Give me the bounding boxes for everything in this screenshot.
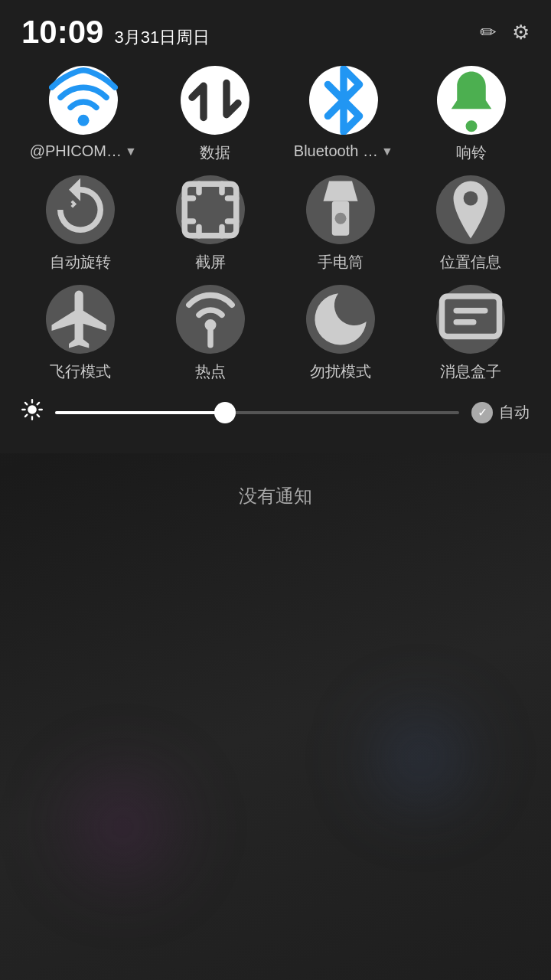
location-label: 位置信息 xyxy=(440,252,501,273)
dnd-circle xyxy=(306,285,375,354)
moon-icon xyxy=(306,285,375,354)
dnd-label: 勿扰模式 xyxy=(310,361,371,382)
auto-label: 自动 xyxy=(499,402,530,423)
status-left: 10:09 3月31日周日 xyxy=(21,14,210,51)
autorotate-label: 自动旋转 xyxy=(50,252,111,273)
svg-line-17 xyxy=(37,415,39,416)
toggle-airplane[interactable]: 飞行模式 xyxy=(31,285,130,382)
wifi-circle xyxy=(49,66,118,135)
data-circle xyxy=(181,66,249,135)
brightness-thumb[interactable] xyxy=(214,402,236,423)
airplane-label: 飞行模式 xyxy=(50,361,111,382)
wifi-icon xyxy=(49,66,118,135)
toggle-wifi[interactable]: @PHICOM… ▼ xyxy=(30,66,137,163)
auto-check-icon: ✓ xyxy=(471,402,493,423)
notification-panel: 10:09 3月31日周日 ✏ ⚙ @PHICOM… ▼ xyxy=(0,0,551,453)
msgbox-label: 消息盒子 xyxy=(440,361,501,382)
svg-line-18 xyxy=(37,403,39,404)
no-notification-text: 没有通知 xyxy=(239,484,312,508)
settings-icon[interactable]: ⚙ xyxy=(512,21,530,44)
wifi-label: @PHICOM… ▼ xyxy=(30,142,137,160)
autorotate-circle xyxy=(46,175,115,244)
brightness-icon xyxy=(21,399,43,426)
screenshot-label: 截屏 xyxy=(195,252,226,273)
airplane-circle xyxy=(46,285,115,354)
svg-point-0 xyxy=(77,115,89,126)
quick-toggles-row1: @PHICOM… ▼ 数据 Bluetooth … ▼ xyxy=(0,58,551,168)
toggle-hotspot[interactable]: 热点 xyxy=(161,285,260,382)
flashlight-icon xyxy=(306,175,375,244)
toggle-flashlight[interactable]: 手电筒 xyxy=(291,175,390,273)
hotspot-label: 热点 xyxy=(195,361,226,382)
svg-rect-2 xyxy=(184,184,236,236)
bt-label: Bluetooth … ▼ xyxy=(294,142,393,160)
bt-circle xyxy=(309,66,378,135)
screenshot-icon xyxy=(176,175,245,244)
toggle-msgbox[interactable]: 消息盒子 xyxy=(421,285,520,382)
airplane-icon xyxy=(46,285,115,354)
svg-line-16 xyxy=(25,403,27,404)
clock: 10:09 xyxy=(21,14,103,51)
hotspot-icon xyxy=(176,285,245,354)
auto-brightness[interactable]: ✓ 自动 xyxy=(471,402,530,423)
svg-rect-8 xyxy=(442,296,500,337)
flashlight-circle xyxy=(306,175,375,244)
chat-icon xyxy=(436,285,505,354)
status-bar: 10:09 3月31日周日 ✏ ⚙ xyxy=(0,0,551,58)
svg-point-11 xyxy=(28,405,37,414)
location-circle xyxy=(436,175,505,244)
hotspot-circle xyxy=(176,285,245,354)
toggle-dnd[interactable]: 勿扰模式 xyxy=(291,285,390,382)
data-icon xyxy=(181,66,249,135)
bluetooth-icon xyxy=(309,66,378,135)
location-icon xyxy=(436,175,505,244)
svg-point-5 xyxy=(464,191,478,206)
rotate-icon xyxy=(46,175,115,244)
bell-label: 响铃 xyxy=(456,142,487,163)
toggle-screenshot[interactable]: 截屏 xyxy=(161,175,260,273)
toggle-bluetooth[interactable]: Bluetooth … ▼ xyxy=(294,66,393,163)
toggle-bell[interactable]: 响铃 xyxy=(422,66,521,163)
brightness-slider[interactable] xyxy=(55,411,459,414)
toggle-data[interactable]: 数据 xyxy=(165,66,265,163)
screenshot-circle xyxy=(176,175,245,244)
svg-line-19 xyxy=(25,415,27,416)
svg-point-1 xyxy=(466,120,478,132)
msgbox-circle xyxy=(436,285,505,354)
status-icons: ✏ ⚙ xyxy=(480,21,530,44)
notification-area: 没有通知 xyxy=(0,453,551,508)
svg-point-4 xyxy=(335,213,347,224)
brightness-fill xyxy=(55,411,225,414)
flashlight-label: 手电筒 xyxy=(318,252,364,273)
data-label: 数据 xyxy=(200,142,230,163)
toggle-autorotate[interactable]: 自动旋转 xyxy=(31,175,130,273)
quick-toggles-row3: 飞行模式 热点 勿扰模式 xyxy=(0,277,551,387)
brightness-row: ✓ 自动 xyxy=(0,387,551,438)
edit-icon[interactable]: ✏ xyxy=(480,21,497,44)
quick-toggles-row2: 自动旋转 截屏 手电筒 xyxy=(0,168,551,277)
bell-icon xyxy=(437,66,506,135)
bell-circle xyxy=(437,66,506,135)
toggle-location[interactable]: 位置信息 xyxy=(421,175,520,273)
date: 3月31日周日 xyxy=(114,26,210,49)
